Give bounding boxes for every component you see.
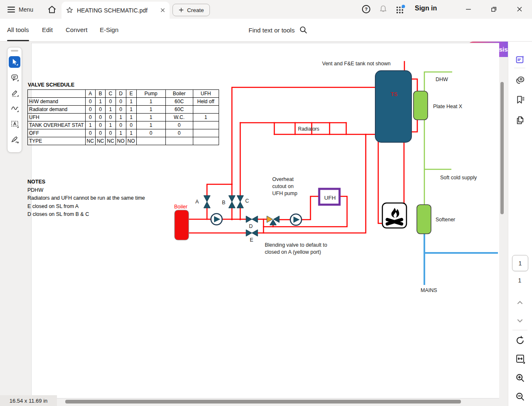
close-icon — [515, 5, 524, 13]
fit-width-icon — [515, 354, 525, 364]
text-select-tool-button[interactable] — [9, 118, 20, 129]
comments-icon — [515, 75, 525, 85]
text-select-icon — [10, 119, 19, 128]
rotate-page-button[interactable] — [514, 334, 526, 346]
highlight-tool-button[interactable] — [9, 87, 20, 99]
heating-schematic: TS UF — [31, 43, 499, 398]
ai-summary-button[interactable] — [514, 54, 526, 65]
radiators-label: Radiators — [298, 126, 319, 132]
plus-icon — [178, 7, 184, 13]
pump-boiler-icon — [211, 214, 222, 225]
boiler-unit — [175, 210, 189, 240]
zoom-out-icon — [515, 391, 525, 402]
comments-panel-button[interactable] — [514, 74, 526, 86]
ai-doc-icon — [515, 54, 525, 65]
valve-b-label: B — [222, 200, 225, 205]
overheat-line1: Overheat — [272, 176, 294, 182]
plate-heat-label: Plate Heat X — [433, 104, 463, 109]
overheat-line2: cutout on — [272, 183, 293, 189]
ufh-box-label: UFH — [324, 195, 336, 201]
bookmark-icon — [515, 94, 525, 105]
plate-heat-exchanger — [414, 91, 428, 120]
notifications-button[interactable] — [378, 4, 389, 15]
draw-tool-button[interactable] — [9, 102, 20, 114]
tab-edit[interactable]: Edit — [42, 19, 53, 41]
toolbar: All tools Edit Convert E-Sign Find text … — [0, 19, 532, 42]
apps-grid-icon — [395, 4, 406, 15]
rotate-icon — [515, 335, 525, 346]
help-icon: ? — [365, 7, 367, 12]
sidebar-divider — [512, 330, 527, 330]
page-number-input[interactable]: 1 — [512, 255, 528, 271]
comment-tool-button[interactable] — [9, 72, 20, 83]
page-total-label: 1 — [512, 277, 527, 284]
softener-label: Softener — [436, 217, 455, 223]
comment-icon — [10, 73, 19, 82]
home-icon — [47, 5, 57, 15]
soft-cold-label: Soft cold supply — [440, 175, 477, 181]
restore-icon — [490, 5, 498, 13]
cursor-icon — [10, 58, 19, 66]
search-icon — [299, 25, 308, 35]
sidebar-divider — [514, 68, 525, 68]
tab-all-tools[interactable]: All tools — [7, 19, 29, 41]
pages-icon — [515, 115, 525, 125]
mains-label: MAINS — [421, 287, 437, 293]
valve-d-label: D — [249, 223, 253, 229]
tab-convert[interactable]: Convert — [66, 19, 88, 41]
close-window-button[interactable] — [512, 2, 527, 16]
tank-label: TS — [391, 92, 397, 97]
horizontal-scrollbar[interactable] — [65, 400, 461, 404]
create-label: Create — [187, 7, 204, 13]
valve-c-label: C — [245, 198, 249, 204]
zoom-out-button[interactable] — [514, 391, 526, 402]
mains-pipes — [424, 234, 498, 285]
select-tool-button[interactable] — [9, 56, 20, 68]
titlebar: Menu HEATING SCHEMATIC.pdf Create ? Sign… — [0, 0, 532, 19]
home-button[interactable] — [46, 4, 58, 15]
help-button[interactable]: ? — [361, 4, 372, 15]
blending-valve — [267, 216, 279, 225]
fit-width-button[interactable] — [514, 353, 526, 364]
sign-in-button[interactable]: Sign in — [415, 5, 437, 12]
quick-tools-panel — [7, 47, 22, 153]
pump-ufh-icon — [291, 214, 302, 225]
valve-e-label: E — [250, 237, 253, 243]
menu-button[interactable]: Menu — [7, 5, 33, 14]
star-icon[interactable] — [66, 6, 74, 14]
apps-button[interactable] — [394, 4, 406, 15]
panel-drag-handle[interactable] — [11, 50, 18, 52]
overheat-line3: UFH pump — [272, 191, 297, 196]
previous-page-button[interactable] — [514, 297, 526, 308]
bell-icon — [378, 4, 388, 14]
zoom-in-button[interactable] — [514, 372, 526, 384]
bookmarks-panel-button[interactable] — [514, 94, 526, 105]
tab-esign[interactable]: E-Sign — [100, 19, 118, 41]
notification-dot — [402, 5, 405, 8]
document-tab[interactable]: HEATING SCHEMATIC.pdf — [62, 2, 170, 19]
dhw-pipes — [424, 72, 452, 205]
draw-squiggle-icon — [10, 104, 19, 113]
pencil-icon — [10, 89, 19, 97]
minimize-button[interactable] — [461, 2, 475, 16]
chevron-down-icon — [515, 316, 525, 325]
minimize-icon — [464, 5, 473, 13]
diagram-labels: Vent and F&E tank not shown DHW Plate He… — [174, 61, 477, 293]
menu-label: Menu — [19, 6, 33, 13]
valve-a-label: A — [195, 199, 199, 205]
hamburger-icon — [7, 7, 15, 12]
blending-line2: closed on A (yellow port) — [265, 249, 321, 255]
vent-label: Vent and F&E tank not shown — [322, 61, 391, 67]
zoom-in-icon — [515, 373, 525, 383]
next-page-button[interactable] — [514, 315, 526, 327]
fill-sign-tool-button[interactable] — [9, 133, 20, 145]
close-tab-icon[interactable] — [160, 7, 165, 13]
pages-panel-button[interactable] — [514, 114, 526, 126]
fill-sign-icon — [10, 135, 19, 144]
vertical-scrollbar[interactable] — [500, 82, 504, 214]
restore-button[interactable] — [487, 2, 501, 16]
create-button[interactable]: Create — [172, 4, 210, 16]
dhw-label: DHW — [436, 77, 448, 82]
find-button[interactable]: Find text or tools — [249, 19, 308, 41]
chevron-up-icon — [515, 298, 525, 307]
